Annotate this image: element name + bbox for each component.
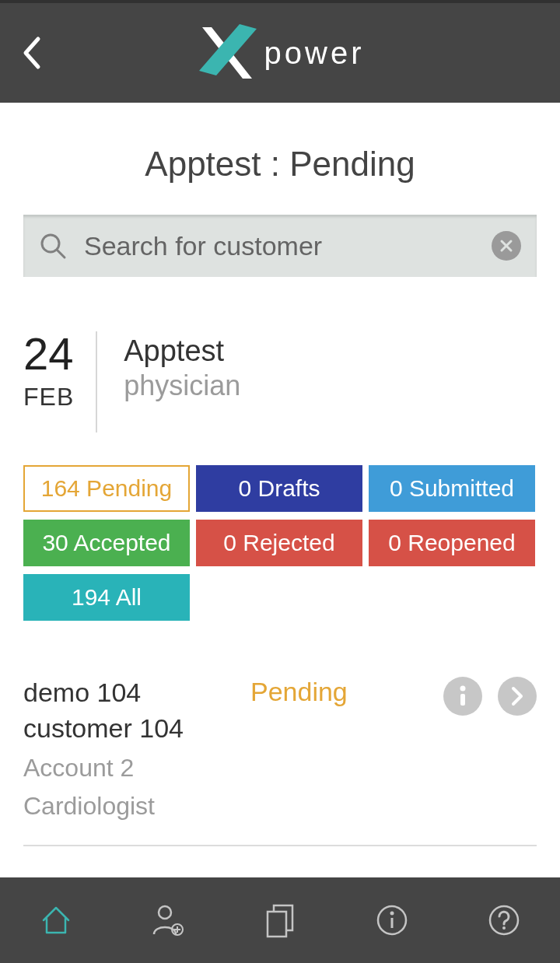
svg-point-18 — [502, 926, 506, 930]
filter-reopened[interactable]: 0 Reopened — [369, 520, 535, 566]
search-input[interactable] — [84, 231, 474, 261]
nav-documents[interactable] — [257, 897, 303, 944]
x-logo-icon — [196, 23, 258, 83]
info-circle-icon — [375, 903, 409, 937]
search-icon — [39, 232, 67, 260]
clear-search-button[interactable] — [492, 231, 521, 261]
svg-point-2 — [42, 235, 59, 252]
svg-point-15 — [390, 912, 394, 916]
chevron-right-icon — [509, 685, 525, 707]
item-account: Account 2 — [23, 751, 241, 785]
item-name-line2: customer 104 — [23, 711, 241, 747]
filter-grid: 164 Pending 0 Drafts 0 Submitted 30 Acce… — [23, 465, 537, 621]
app-header: power — [0, 3, 560, 103]
search-bar — [23, 215, 537, 277]
vertical-separator — [96, 331, 97, 432]
info-button[interactable] — [443, 677, 482, 716]
svg-rect-7 — [460, 694, 465, 706]
svg-point-6 — [460, 686, 466, 692]
help-icon — [487, 903, 521, 937]
filter-rejected[interactable]: 0 Rejected — [196, 520, 362, 566]
chevron-left-icon — [21, 36, 43, 70]
svg-point-8 — [159, 906, 171, 919]
svg-rect-13 — [268, 912, 286, 937]
filter-accepted[interactable]: 30 Accepted — [23, 520, 190, 566]
filter-all[interactable]: 194 All — [23, 574, 190, 621]
nav-info[interactable] — [369, 897, 415, 944]
filter-drafts[interactable]: 0 Drafts — [196, 465, 362, 512]
nav-home[interactable] — [33, 897, 79, 944]
record-role: physician — [124, 369, 240, 402]
svg-point-17 — [490, 906, 518, 934]
date-day: 24 — [23, 331, 74, 376]
item-name-line1: demo 104 — [23, 675, 241, 711]
back-button[interactable] — [12, 33, 51, 72]
add-user-icon — [149, 902, 187, 939]
list-item[interactable]: demo 104 customer 104 Account 2 Cardiolo… — [23, 675, 537, 846]
filter-submitted[interactable]: 0 Submitted — [369, 465, 535, 512]
documents-icon — [263, 902, 297, 938]
nav-help[interactable] — [481, 897, 527, 944]
page-title: Apptest : Pending — [0, 145, 560, 184]
close-icon — [499, 239, 513, 253]
nav-add-user[interactable] — [145, 897, 191, 944]
date-month: FEB — [23, 383, 74, 411]
record-name: Apptest — [124, 334, 240, 368]
info-icon — [454, 685, 471, 708]
date-block: 24 FEB — [23, 331, 96, 432]
brand-text: power — [264, 36, 365, 71]
svg-line-3 — [58, 250, 65, 257]
filter-pending[interactable]: 164 Pending — [23, 465, 190, 512]
record-header: 24 FEB Apptest physician — [23, 331, 537, 432]
customer-list: demo 104 customer 104 Account 2 Cardiolo… — [23, 675, 537, 846]
home-icon — [39, 903, 73, 937]
brand-logo: power — [196, 23, 365, 83]
item-specialty: Cardiologist — [23, 790, 241, 823]
item-status: Pending — [250, 675, 434, 707]
item-detail-button[interactable] — [498, 677, 537, 716]
bottom-nav — [0, 877, 560, 963]
